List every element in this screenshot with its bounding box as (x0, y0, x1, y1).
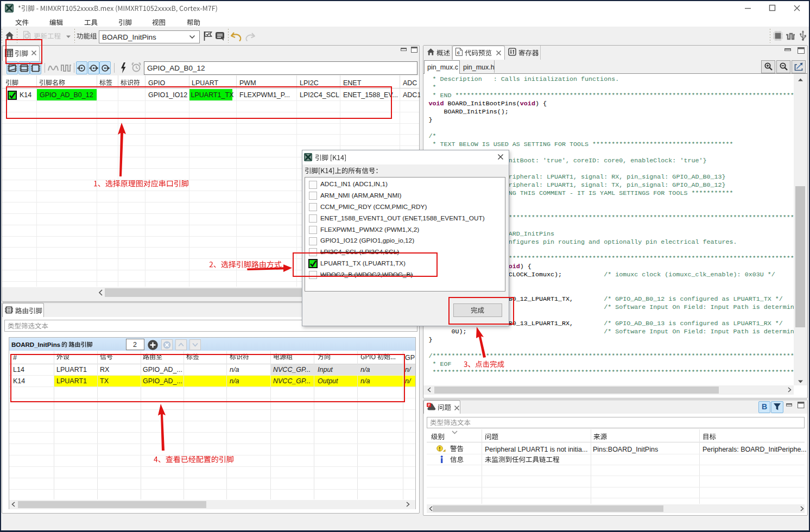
svg-text:c: c (457, 50, 460, 55)
